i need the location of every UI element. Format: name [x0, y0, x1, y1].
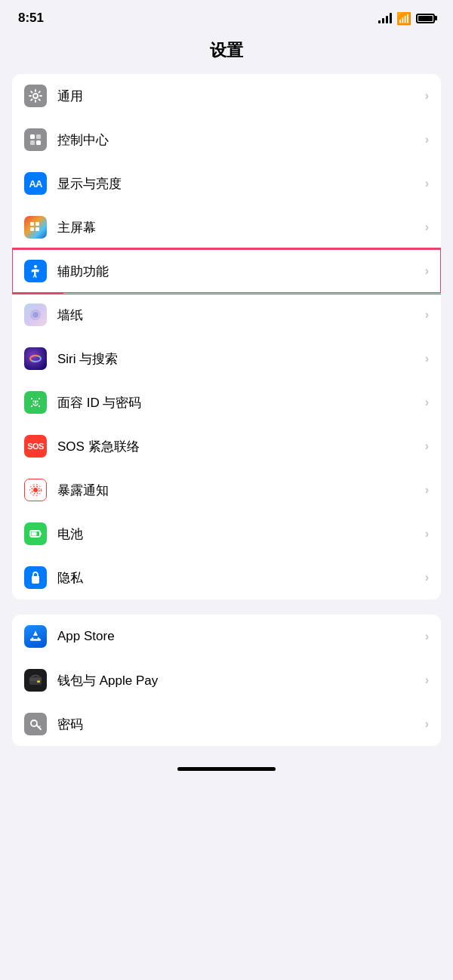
display-label: 显示与亮度: [57, 175, 421, 193]
sos-icon: SOS: [24, 435, 47, 458]
svg-rect-5: [30, 222, 34, 226]
exposure-chevron: ›: [425, 483, 429, 497]
control-center-icon: [24, 128, 47, 151]
svg-point-14: [37, 401, 39, 402]
svg-rect-24: [29, 678, 42, 681]
svg-rect-3: [30, 140, 35, 145]
privacy-chevron: ›: [425, 571, 429, 584]
svg-rect-2: [36, 134, 41, 139]
wallpaper-icon: [24, 304, 47, 326]
home-screen-chevron: ›: [425, 220, 429, 234]
exposure-icon: [24, 479, 47, 501]
exposure-label: 暴露通知: [57, 482, 421, 499]
app-store-icon: [24, 625, 47, 648]
settings-row-privacy[interactable]: 隐私 ›: [12, 556, 441, 599]
passwords-chevron: ›: [425, 717, 429, 731]
app-store-label: App Store: [57, 629, 421, 644]
settings-row-faceid[interactable]: 面容 ID 与密码 ›: [12, 381, 441, 424]
siri-label: Siri 与搜索: [57, 350, 421, 368]
settings-row-accessibility[interactable]: 辅助功能 ›: [12, 249, 441, 293]
privacy-icon: [24, 566, 47, 589]
svg-point-13: [33, 401, 35, 402]
general-icon: [24, 85, 47, 107]
settings-row-display[interactable]: AA 显示与亮度 ›: [12, 162, 441, 205]
wallet-icon: [24, 669, 47, 692]
passwords-icon: [24, 713, 47, 735]
app-store-chevron: ›: [425, 630, 429, 643]
general-chevron: ›: [425, 89, 429, 103]
settings-group-1: 通用 › 控制中心 › AA 显示与亮度 ›: [12, 74, 441, 599]
settings-row-app-store[interactable]: App Store ›: [12, 615, 441, 658]
svg-point-0: [33, 94, 38, 98]
wallet-chevron: ›: [425, 673, 429, 687]
svg-rect-7: [30, 227, 34, 231]
svg-point-10: [32, 312, 39, 318]
wallpaper-chevron: ›: [425, 308, 429, 322]
passwords-label: 密码: [57, 716, 421, 733]
wallpaper-label: 墙纸: [57, 307, 421, 324]
settings-row-wallpaper[interactable]: 墙纸 ›: [12, 293, 441, 337]
status-bar: 8:51 📶: [0, 0, 453, 32]
settings-row-sos[interactable]: SOS SOS 紧急联络 ›: [12, 424, 441, 468]
settings-row-home-screen[interactable]: 主屏幕 ›: [12, 205, 441, 249]
settings-row-wallet[interactable]: 钱包与 Apple Pay ›: [12, 658, 441, 702]
home-bar: [177, 767, 276, 771]
sos-label: SOS 紧急联络: [57, 438, 421, 455]
status-time: 8:51: [18, 11, 44, 26]
svg-rect-6: [35, 222, 39, 226]
svg-rect-25: [37, 681, 40, 683]
faceid-label: 面容 ID 与密码: [57, 394, 421, 411]
wifi-icon: 📶: [396, 11, 411, 26]
display-chevron: ›: [425, 177, 429, 190]
privacy-label: 隐私: [57, 569, 421, 587]
svg-rect-20: [40, 533, 42, 535]
battery-icon: [24, 522, 47, 545]
status-icons: 📶: [378, 11, 435, 26]
control-center-label: 控制中心: [57, 131, 421, 149]
settings-row-battery[interactable]: 电池 ›: [12, 512, 441, 556]
general-label: 通用: [57, 88, 421, 105]
settings-row-siri[interactable]: Siri 与搜索 ›: [12, 337, 441, 381]
sos-chevron: ›: [425, 439, 429, 453]
home-screen-icon: [24, 216, 47, 239]
accessibility-icon: [24, 260, 47, 282]
settings-row-general[interactable]: 通用 ›: [12, 74, 441, 118]
svg-rect-21: [32, 532, 37, 536]
battery-label: 电池: [57, 525, 421, 543]
svg-point-12: [30, 356, 41, 362]
home-screen-label: 主屏幕: [57, 219, 421, 236]
battery-status-icon: [416, 14, 435, 23]
settings-row-control-center[interactable]: 控制中心 ›: [12, 118, 441, 162]
siri-chevron: ›: [425, 352, 429, 365]
svg-rect-4: [36, 140, 41, 145]
home-indicator: [0, 761, 453, 774]
control-center-chevron: ›: [425, 133, 429, 146]
faceid-chevron: ›: [425, 396, 429, 409]
settings-row-exposure[interactable]: 暴露通知 ›: [12, 468, 441, 512]
svg-rect-1: [30, 134, 35, 139]
siri-icon: [24, 347, 47, 370]
faceid-icon: [24, 391, 47, 414]
battery-chevron: ›: [425, 527, 429, 541]
svg-rect-8: [35, 227, 39, 231]
accessibility-label: 辅助功能: [57, 263, 421, 280]
settings-group-2: App Store › 钱包与 Apple Pay › 密码 ›: [12, 615, 441, 746]
page-title: 设置: [0, 32, 453, 74]
signal-icon: [378, 13, 392, 23]
display-icon: AA: [24, 172, 47, 195]
wallet-label: 钱包与 Apple Pay: [57, 672, 421, 689]
settings-row-passwords[interactable]: 密码 ›: [12, 702, 441, 746]
svg-point-16: [33, 488, 38, 492]
svg-point-9: [34, 265, 37, 268]
accessibility-chevron: ›: [425, 264, 429, 278]
